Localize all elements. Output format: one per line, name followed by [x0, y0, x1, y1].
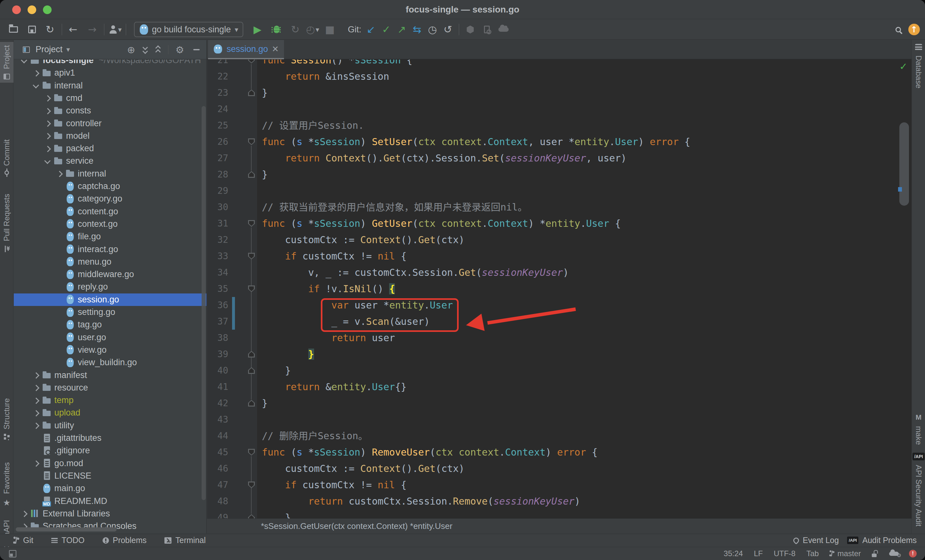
tree-item[interactable]: internal — [14, 167, 206, 180]
event-log-button[interactable]: Event Log — [793, 536, 839, 545]
tree-item[interactable]: go.mod — [14, 457, 206, 470]
code-line[interactable]: 26func (s *sSession) SetUser(ctx context… — [207, 134, 912, 150]
fold-start-icon[interactable] — [248, 253, 255, 259]
tool-strip-favorites[interactable]: Favorites ★ — [0, 462, 14, 507]
chevron-right-icon[interactable] — [43, 144, 53, 154]
fold-end-icon[interactable] — [248, 367, 255, 374]
sync-button[interactable]: ↻ — [44, 23, 56, 36]
git-history-button[interactable]: ◷ — [426, 23, 439, 36]
line-number[interactable]: 45 — [207, 444, 228, 461]
tool-strip-api-security-audit[interactable]: /API API Security Audit — [912, 453, 925, 526]
line-number[interactable]: 38 — [207, 330, 228, 346]
tree-item[interactable]: captcha.go — [14, 180, 206, 193]
package-button[interactable] — [464, 23, 477, 36]
line-number[interactable]: 35 — [207, 281, 228, 297]
search-everywhere-doc-button[interactable] — [481, 23, 493, 36]
code-line[interactable]: 29 — [207, 183, 912, 199]
back-button[interactable]: ← — [67, 23, 80, 36]
chevron-right-icon[interactable] — [43, 106, 53, 116]
forward-button[interactable]: → — [86, 23, 99, 36]
code-line[interactable]: 21func Session() *sSession { — [207, 60, 912, 68]
line-number[interactable]: 30 — [207, 199, 228, 215]
line-number[interactable]: 39 — [207, 346, 228, 362]
chevron-right-icon[interactable] — [32, 370, 41, 380]
line-number[interactable]: 28 — [207, 166, 228, 183]
tree-item[interactable]: External Libraries — [14, 507, 206, 520]
tree-item[interactable]: main.go — [14, 482, 206, 495]
tree-item[interactable]: service — [14, 155, 206, 167]
code-line[interactable]: 35 if !v.IsNil() { — [207, 281, 912, 297]
tool-strip-database[interactable]: Database — [912, 44, 925, 89]
code-line[interactable]: 40 } — [207, 362, 912, 379]
code-line[interactable]: 27 return Context().Get(ctx).Session.Set… — [207, 150, 912, 166]
git-update-button[interactable]: ↙ — [365, 23, 377, 36]
line-number[interactable]: 36 — [207, 297, 228, 313]
tree-item[interactable]: LICENSE — [14, 470, 206, 482]
chevron-right-icon[interactable] — [32, 408, 41, 418]
tree-item[interactable]: focus-single~/Workspace/Go/GOPATH — [14, 60, 206, 67]
code-line[interactable]: 41 return &entity.User{} — [207, 379, 912, 395]
line-number[interactable]: 49 — [207, 509, 228, 518]
tree-item[interactable]: session.go — [14, 294, 206, 306]
line-number[interactable]: 41 — [207, 379, 228, 395]
chevron-right-icon[interactable] — [55, 169, 65, 178]
chevron-down-icon[interactable] — [32, 81, 41, 90]
tree-item[interactable]: resource — [14, 382, 206, 394]
project-panel-title[interactable]: Project — [36, 45, 62, 54]
line-number[interactable]: 31 — [207, 215, 228, 232]
fold-start-icon[interactable] — [248, 220, 255, 227]
tree-item[interactable]: .gitignore — [14, 444, 206, 457]
line-number[interactable]: 37 — [207, 313, 228, 330]
tree-item[interactable]: view_buildin.go — [14, 356, 206, 369]
expand-all-button[interactable] — [142, 45, 149, 54]
code-line[interactable]: 32 customCtx := Context().Get(ctx) — [207, 232, 912, 248]
lock-icon[interactable] — [872, 550, 878, 557]
code-line[interactable]: 31func (s *sSession) GetUser(ctx context… — [207, 215, 912, 232]
fold-start-icon[interactable] — [248, 60, 255, 63]
fold-start-icon[interactable] — [248, 482, 255, 488]
breadcrumb[interactable]: *sSession.GetUser(ctx context.Context) *… — [207, 518, 912, 533]
tree-item[interactable]: reply.go — [14, 281, 206, 293]
inspections-ok-icon[interactable]: ✓ — [899, 61, 907, 72]
code-line[interactable]: 23} — [207, 84, 912, 101]
fold-end-icon[interactable] — [248, 171, 255, 178]
tool-window-switcher-icon[interactable] — [9, 550, 17, 557]
toolwindow-terminal[interactable]: Terminal — [164, 536, 205, 545]
fold-end-icon[interactable] — [248, 400, 255, 406]
code-line[interactable]: 49 } — [207, 509, 912, 518]
locate-file-button[interactable]: ⊕ — [126, 44, 137, 55]
tree-item[interactable]: README.MD — [14, 495, 206, 507]
tree-item[interactable]: setting.go — [14, 306, 206, 318]
line-number[interactable]: 26 — [207, 134, 228, 150]
code-line[interactable]: 24 — [207, 101, 912, 117]
chevron-right-icon[interactable] — [32, 68, 41, 78]
fold-start-icon[interactable] — [248, 286, 255, 292]
toolwindow-todo[interactable]: TODO — [51, 536, 84, 545]
tree-item[interactable]: consts — [14, 104, 206, 117]
tree-item[interactable]: manifest — [14, 369, 206, 382]
line-number[interactable]: 27 — [207, 150, 228, 166]
code-line[interactable]: 44// 删除用户Session。 — [207, 428, 912, 444]
tree-item[interactable]: cmd — [14, 92, 206, 104]
chevron-right-icon[interactable] — [43, 131, 53, 141]
code-line[interactable]: 47 if customCtx != nil { — [207, 477, 912, 493]
line-number[interactable]: 44 — [207, 428, 228, 444]
file-encoding[interactable]: UTF-8 — [774, 549, 795, 558]
change-stripe-mark[interactable] — [898, 187, 902, 191]
tool-strip-structure[interactable]: Structure — [0, 398, 14, 440]
code-line[interactable]: 30// 获取当前登录的用户信息对象，如果用户未登录返回nil。 — [207, 199, 912, 215]
tree-item[interactable]: category.go — [14, 193, 206, 205]
fold-end-icon[interactable] — [248, 89, 255, 96]
tree-item[interactable]: model — [14, 130, 206, 142]
tree-item[interactable]: utility — [14, 419, 206, 432]
fold-end-icon[interactable] — [248, 514, 255, 518]
settings-gear-button[interactable]: ⚙ — [174, 44, 185, 55]
line-number[interactable]: 47 — [207, 477, 228, 493]
chevron-right-icon[interactable] — [20, 509, 29, 518]
line-number[interactable]: 23 — [207, 84, 228, 101]
tree-item[interactable]: content.go — [14, 205, 206, 218]
line-number[interactable]: 21 — [207, 60, 228, 68]
chevron-down-icon[interactable] — [20, 60, 29, 65]
cloud-settings-icon[interactable] — [889, 552, 899, 556]
caret-position[interactable]: 35:24 — [724, 549, 743, 558]
